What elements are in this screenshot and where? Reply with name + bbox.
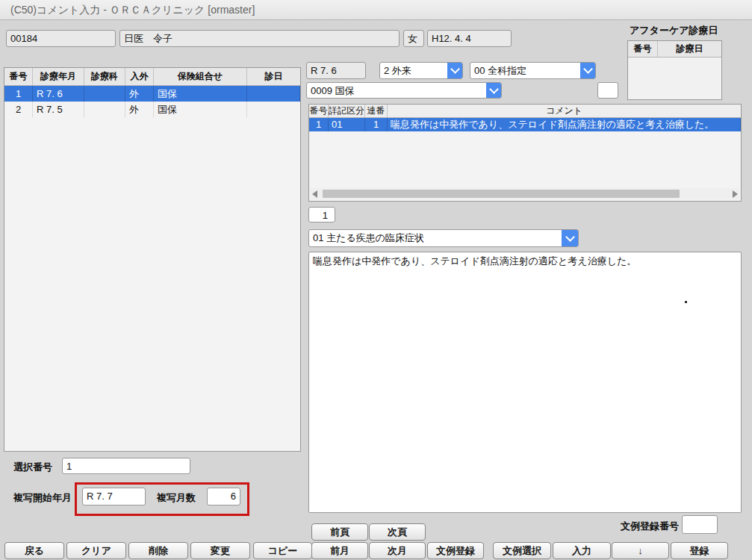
horizontal-scrollbar[interactable] (311, 188, 739, 199)
input-button[interactable]: 入力 (553, 542, 611, 559)
cell-month: R 7. 5 (33, 102, 84, 117)
delete-button[interactable]: 削除 (128, 542, 188, 559)
cell-no: 1 (4, 86, 33, 102)
cell-month: R 7. 6 (33, 86, 84, 102)
cell-dept (84, 102, 125, 117)
cell-kubun: 01 (329, 118, 365, 131)
visit-row-selected[interactable]: 1 R 7. 6 外 国保 (4, 86, 300, 102)
comment-number-field[interactable]: 1 (308, 207, 335, 223)
cell-renban: 1 (365, 118, 388, 131)
selection-number-label: 選択番号 (13, 461, 52, 474)
scrollbar-thumb[interactable] (323, 190, 680, 198)
scroll-right-icon[interactable] (733, 190, 738, 198)
inout-combobox-value: 2 外来 (380, 63, 447, 78)
insurance-combobox-value: 0009 国保 (307, 83, 486, 98)
patient-birthdate-field: H12. 4. 4 (427, 30, 512, 47)
aftercare-col-no: 番号 (628, 41, 658, 57)
copy-months-field[interactable]: 6 (207, 488, 240, 505)
visit-col-month: 診療年月 (33, 68, 84, 85)
cell-comment: 喘息発作は中発作であり、ステロイド剤点滴注射の適応と考え治療した。 (388, 118, 741, 131)
aftercare-col-date: 診療日 (658, 41, 721, 57)
back-button[interactable]: 戻る (4, 542, 64, 559)
cell-day (247, 102, 300, 117)
department-combobox[interactable]: 00 全科指定 (470, 62, 596, 79)
patient-id-field[interactable]: 00184 (6, 30, 116, 47)
visit-col-inout: 入外 (125, 68, 154, 85)
cell-inout: 外 (125, 102, 154, 117)
selected-month-field: R 7. 6 (306, 62, 366, 79)
selection-number-field[interactable]: 1 (62, 458, 190, 474)
chevron-down-icon[interactable] (447, 63, 462, 78)
bunrei-select-button[interactable]: 文例選択 (493, 542, 551, 559)
chevron-down-icon[interactable] (580, 63, 595, 78)
next-month-button[interactable]: 次月 (369, 542, 426, 559)
department-combobox-value: 00 全科指定 (470, 63, 580, 78)
copy-months-label: 複写月数 (157, 491, 196, 505)
visit-col-insurance: 保険組合せ (154, 68, 247, 85)
aftercare-label: アフターケア診療日 (630, 24, 718, 37)
prev-month-button[interactable]: 前月 (311, 542, 368, 559)
copy-button[interactable]: コピー (253, 542, 312, 559)
cell-day (247, 86, 300, 102)
comment-input-window: (C50)コメント入力 - ＯＲＣＡクリニック [ormaster] 00184… (0, 0, 752, 560)
cell-insurance: 国保 (154, 102, 247, 117)
copy-start-field[interactable]: R 7. 7 (82, 488, 146, 505)
visit-col-dept: 診療科 (84, 68, 125, 85)
visit-row[interactable]: 2 R 7. 5 外 国保 (4, 102, 300, 117)
next-page-button[interactable]: 次頁 (369, 523, 426, 541)
comment-row-selected[interactable]: 1 01 1 喘息発作は中発作であり、ステロイド剤点滴注射の適応と考え治療した。 (309, 118, 741, 131)
small-blank-field[interactable] (597, 82, 618, 99)
stray-dot (685, 301, 687, 303)
comment-col-no: 番号 (309, 105, 329, 117)
bunrei-register-button[interactable]: 文例登録 (427, 542, 484, 559)
cell-dept (84, 86, 125, 102)
patient-name-field: 日医 令子 (119, 30, 400, 47)
chevron-down-icon[interactable] (486, 83, 501, 98)
bunrei-number-label: 文例登録番号 (621, 520, 679, 533)
cell-no: 1 (309, 118, 329, 131)
clear-button[interactable]: クリア (66, 542, 126, 559)
comment-col-comment: コメント (388, 105, 741, 117)
scroll-left-icon[interactable] (312, 190, 317, 198)
change-button[interactable]: 変更 (190, 542, 250, 559)
inout-combobox[interactable]: 2 外来 (379, 62, 463, 79)
register-button[interactable]: 登録 (671, 542, 728, 559)
visit-month-table[interactable]: 番号 診療年月 診療科 入外 保険組合せ 診日 1 R 7. 6 外 国保 2 … (4, 67, 301, 452)
bunrei-number-field[interactable] (682, 515, 718, 534)
cell-inout: 外 (125, 86, 154, 102)
comment-category-combobox[interactable]: 01 主たる疾患の臨床症状 (308, 229, 579, 247)
cell-insurance: 国保 (154, 86, 247, 102)
comment-category-value: 01 主たる疾患の臨床症状 (309, 230, 562, 246)
chevron-down-icon[interactable] (562, 230, 578, 246)
patient-sex-field: 女 (403, 30, 424, 47)
visit-col-no: 番号 (4, 68, 33, 85)
comment-col-kubun: 詳記区分 (329, 105, 365, 117)
aftercare-table[interactable]: 番号 診療日 (627, 40, 722, 100)
comment-col-renban: 連番 (365, 105, 388, 117)
insurance-combobox[interactable]: 0009 国保 (306, 82, 502, 99)
copy-start-label: 複写開始年月 (13, 491, 72, 505)
down-arrow-button[interactable]: ↓ (612, 542, 669, 559)
prev-page-button[interactable]: 前頁 (311, 523, 368, 541)
comment-table[interactable]: 番号 詳記区分 連番 コメント 1 01 1 喘息発作は中発作であり、ステロイド… (308, 104, 742, 202)
comment-textarea[interactable]: 喘息発作は中発作であり、ステロイド剤点滴注射の適応と考え治療した。 (308, 252, 742, 513)
window-title: (C50)コメント入力 - ＯＲＣＡクリニック [ormaster] (0, 0, 752, 20)
visit-col-day: 診日 (247, 68, 300, 85)
cell-no: 2 (4, 102, 33, 117)
